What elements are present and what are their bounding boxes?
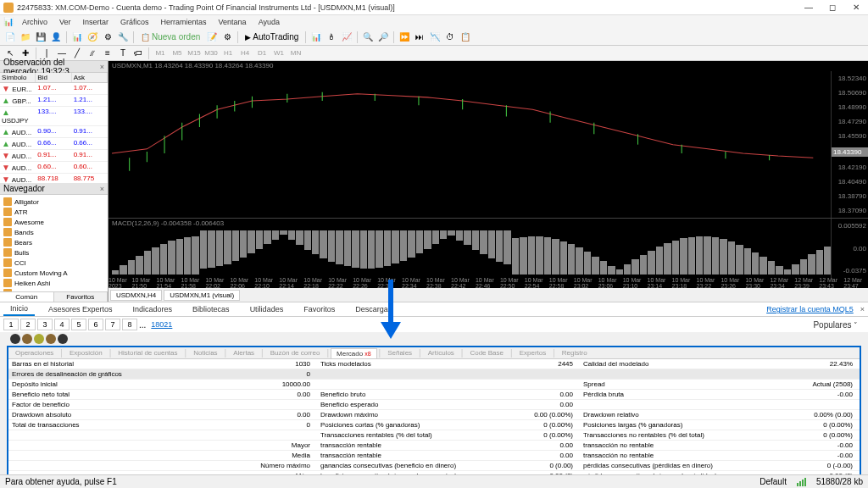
tab-descargas[interactable]: Descargas — [348, 303, 398, 315]
tf-h4[interactable]: H4 — [237, 47, 253, 59]
tb-save[interactable]: 💾 — [34, 30, 47, 44]
tb-period[interactable]: ⏱ — [443, 30, 457, 44]
tb-line[interactable]: 📈 — [340, 30, 353, 44]
page-1[interactable]: 1 — [3, 319, 19, 330]
menu-ver[interactable]: Ver — [54, 17, 76, 27]
tf-h1[interactable]: H1 — [220, 47, 236, 59]
nav-item[interactable]: ATR — [2, 207, 106, 217]
menu-ayuda[interactable]: Ayuda — [253, 17, 285, 27]
symbol-row[interactable]: ▼ EUR...1.07...1.07... — [0, 83, 108, 95]
tb-bar[interactable]: 📊 — [309, 30, 323, 44]
tab-asesores[interactable]: Asesores Expertos — [42, 303, 120, 315]
tb-candle[interactable]: 🕯 — [325, 30, 338, 44]
symbol-row[interactable]: ▼ AUD...88.71888.775 — [0, 174, 108, 183]
candlestick-chart[interactable] — [112, 75, 831, 206]
nueva-orden-button[interactable]: 📋 Nueva orden — [137, 32, 203, 42]
nav-item[interactable]: Heiken Ashi — [2, 278, 106, 288]
tb-template[interactable]: 📋 — [459, 30, 472, 44]
tb-market[interactable]: 📊 — [70, 30, 84, 44]
sub-tab[interactable]: Historial de cuentas — [113, 348, 182, 358]
tb-editor[interactable]: 📝 — [205, 30, 219, 44]
sub-tab[interactable]: Artículos — [423, 348, 459, 358]
page-3[interactable]: 3 — [37, 319, 53, 330]
symbol-row[interactable]: ▲ USDJPY133....133.... — [0, 107, 108, 126]
page-7[interactable]: 7 — [105, 319, 120, 330]
tf-m5[interactable]: M5 — [170, 47, 185, 59]
chart-tab-m1[interactable]: USDMXN,M1 (visual) — [164, 290, 240, 301]
tab-utilidades[interactable]: Utilidades — [243, 303, 291, 315]
sub-tab[interactable]: Registro — [557, 348, 593, 358]
sub-tab[interactable]: Noticias — [188, 348, 222, 358]
symbol-row[interactable]: ▼ AUD...0.60...0.60... — [0, 162, 108, 174]
tab-favoritos[interactable]: Favoritos — [54, 292, 108, 302]
tab-favoritos[interactable]: Favoritos — [297, 303, 342, 315]
maximize-button[interactable]: ◻ — [824, 2, 841, 14]
sub-tab[interactable]: Señales — [382, 348, 417, 358]
tab-indicadores[interactable]: Indicadores — [126, 303, 180, 315]
tb-tester[interactable]: 🔧 — [116, 30, 130, 44]
tb-zoomout[interactable]: 🔎 — [376, 30, 390, 44]
tb-zoomin[interactable]: 🔍 — [361, 30, 375, 44]
register-link[interactable]: Registrar la cuenta MQL5 — [766, 305, 854, 313]
symbol-row[interactable]: ▲ AUD...0.66...0.66... — [0, 138, 108, 150]
symbol-row[interactable]: ▲ GBP...1.21...1.21... — [0, 95, 108, 107]
sub-tab[interactable]: Exposición — [64, 348, 108, 358]
label-icon[interactable]: 🏷 — [131, 47, 145, 60]
close-button[interactable]: ✕ — [848, 2, 865, 14]
nav-item[interactable]: Alligator — [2, 197, 106, 207]
tb-options[interactable]: ⚙ — [220, 30, 234, 44]
tf-m15[interactable]: M15 — [186, 47, 202, 59]
tb-nav[interactable]: 🧭 — [86, 30, 99, 44]
close-icon[interactable]: × — [860, 305, 865, 313]
menu-archivo[interactable]: Archivo — [17, 17, 53, 27]
close-icon[interactable]: × — [100, 63, 104, 71]
page-4[interactable]: 4 — [54, 319, 70, 330]
tf-w1[interactable]: W1 — [271, 47, 287, 59]
nav-item[interactable]: CCI — [2, 258, 106, 268]
tf-m30[interactable]: M30 — [203, 47, 219, 59]
symbol-row[interactable]: ▲ AUD...0.90...0.91... — [0, 126, 108, 138]
tb-indicators[interactable]: 📉 — [428, 30, 442, 44]
text-icon[interactable]: T — [116, 47, 130, 60]
page-6[interactable]: 6 — [88, 319, 103, 330]
tab-comun[interactable]: Común — [0, 292, 54, 302]
tab-inicio[interactable]: Inicio — [3, 302, 35, 316]
page-5[interactable]: 5 — [71, 319, 86, 330]
tb-profile[interactable]: 👤 — [49, 30, 63, 44]
tb-open[interactable]: 📁 — [19, 30, 32, 44]
nav-item[interactable]: Custom Moving A — [2, 268, 106, 278]
sub-tab[interactable]: Operaciones — [10, 348, 58, 358]
nav-item[interactable]: Bulls — [2, 247, 106, 258]
tb-scroll[interactable]: ⏩ — [398, 30, 411, 44]
nav-item[interactable]: Awesome — [2, 217, 106, 227]
sub-tab[interactable]: Expertos — [515, 348, 552, 358]
autotrading-button[interactable]: ▶ AutoTrading — [242, 32, 302, 42]
menu-insertar[interactable]: Insertar — [78, 17, 114, 27]
report-row: Media transacción rentable 0.00 transacc… — [8, 451, 860, 461]
sub-tab[interactable]: Buzón de correo — [265, 348, 326, 358]
tb-new[interactable]: 📄 — [3, 30, 17, 44]
tf-mn[interactable]: MN — [288, 47, 303, 59]
menu-ventana[interactable]: Ventana — [214, 17, 252, 27]
sub-tab[interactable]: Mercadox8 — [331, 348, 377, 358]
page-2[interactable]: 2 — [20, 319, 36, 330]
nav-item[interactable]: Bands — [2, 227, 106, 237]
populares-dropdown[interactable]: Populares ˅ — [806, 319, 865, 331]
tab-bibliotecas[interactable]: Bibliotecas — [186, 303, 236, 315]
fibo-icon[interactable]: ≡ — [101, 47, 114, 60]
symbol-row[interactable]: ▼ AUD...0.91...0.91... — [0, 150, 108, 162]
nav-item[interactable]: Bears — [2, 237, 106, 247]
close-icon[interactable]: × — [100, 185, 104, 193]
tf-m1[interactable]: M1 — [153, 47, 168, 59]
sub-tab[interactable]: Alertas — [228, 348, 259, 358]
sub-tab[interactable]: Code Base — [465, 348, 509, 358]
menu-herramientas[interactable]: Herramientas — [156, 17, 212, 27]
page-8[interactable]: 8 — [122, 319, 137, 330]
menu-graficos[interactable]: Gráficos — [115, 17, 154, 27]
minimize-button[interactable]: — — [800, 2, 817, 14]
chart-tab-h4[interactable]: USDMXN,H4 — [110, 290, 162, 301]
page-last[interactable]: 18021 — [147, 320, 175, 329]
tb-shift[interactable]: ⏭ — [413, 30, 426, 44]
tf-d1[interactable]: D1 — [254, 47, 270, 59]
tb-terminal[interactable]: ⚙ — [101, 30, 114, 44]
